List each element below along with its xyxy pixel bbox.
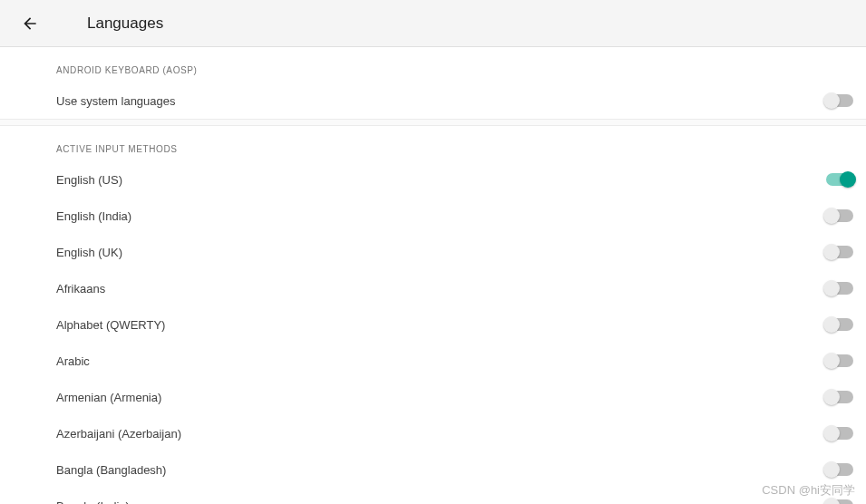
language-row[interactable]: Armenian (Armenia) xyxy=(0,379,866,415)
language-switch[interactable] xyxy=(826,427,853,440)
back-icon[interactable] xyxy=(20,14,40,34)
methods-section: ACTIVE INPUT METHODS English (US)English… xyxy=(0,126,866,504)
language-row[interactable]: English (US) xyxy=(0,161,866,198)
language-row[interactable]: Bangla (Bangladesh) xyxy=(0,451,866,488)
language-label: English (US) xyxy=(56,173,122,187)
language-label: Bangla (India) xyxy=(56,499,130,505)
use-system-languages-row[interactable]: Use system languages xyxy=(0,82,866,119)
app-header: Languages xyxy=(0,0,866,47)
language-switch[interactable] xyxy=(826,246,853,258)
language-switch[interactable] xyxy=(826,499,853,504)
language-row[interactable]: Afrikaans xyxy=(0,270,866,306)
language-switch[interactable] xyxy=(826,209,853,222)
page-title: Languages xyxy=(87,15,163,33)
language-row[interactable]: Bangla (India) xyxy=(0,488,866,504)
language-label: Azerbaijani (Azerbaijan) xyxy=(56,427,181,441)
keyboard-section: ANDROID KEYBOARD (AOSP) Use system langu… xyxy=(0,47,866,119)
language-switch[interactable] xyxy=(826,282,853,295)
methods-list: English (US)English (India)English (UK)A… xyxy=(0,161,866,504)
language-label: English (India) xyxy=(56,209,131,223)
section-header-methods: ACTIVE INPUT METHODS xyxy=(0,126,866,161)
language-label: Armenian (Armenia) xyxy=(56,391,161,404)
language-switch[interactable] xyxy=(826,463,853,476)
language-label: English (UK) xyxy=(56,246,122,259)
language-row[interactable]: English (UK) xyxy=(0,234,866,270)
language-label: Afrikaans xyxy=(56,282,105,296)
section-header-keyboard: ANDROID KEYBOARD (AOSP) xyxy=(0,47,866,82)
use-system-languages-switch[interactable] xyxy=(826,94,853,107)
language-row[interactable]: Alphabet (QWERTY) xyxy=(0,306,866,343)
use-system-languages-label: Use system languages xyxy=(56,94,176,108)
language-label: Alphabet (QWERTY) xyxy=(56,318,165,332)
language-label: Arabic xyxy=(56,354,90,368)
language-switch[interactable] xyxy=(826,354,853,367)
language-label: Bangla (Bangladesh) xyxy=(56,463,166,477)
language-row[interactable]: Azerbaijani (Azerbaijan) xyxy=(0,415,866,451)
section-divider xyxy=(0,119,866,126)
language-switch[interactable] xyxy=(826,391,853,403)
language-row[interactable]: English (India) xyxy=(0,198,866,234)
language-row[interactable]: Arabic xyxy=(0,343,866,379)
language-switch[interactable] xyxy=(826,318,853,331)
language-switch[interactable] xyxy=(826,173,853,186)
